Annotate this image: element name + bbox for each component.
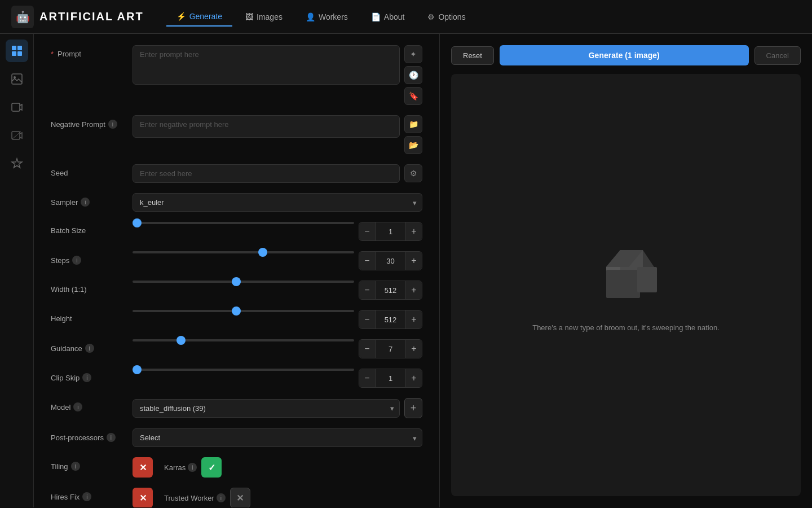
svg-rect-17 [637, 267, 657, 292]
post-processors-row: Post-processors i Select [51, 428, 422, 447]
clip-skip-value[interactable] [375, 369, 406, 387]
batch-size-decrement[interactable]: − [359, 222, 375, 240]
prompt-magic-button[interactable]: ✦ [404, 45, 422, 63]
batch-size-increment[interactable]: + [406, 222, 422, 240]
sampler-row: Sampler i k_eulerk_euler_ak_heunk_dpm_2k… [51, 193, 422, 212]
negative-prompt-row: Negative Prompt i 📁 📂 [51, 115, 422, 154]
nav-about[interactable]: 📄 About [361, 7, 415, 27]
options-nav-icon: ⚙ [427, 12, 435, 21]
sampler-label: Sampler i [51, 193, 124, 207]
width-increment[interactable]: + [406, 281, 422, 299]
clip-skip-row: Clip Skip i − + [51, 369, 422, 388]
hires-fix-info-icon[interactable]: i [82, 492, 91, 501]
steps-slider[interactable] [133, 251, 354, 253]
batch-size-stepper: − + [359, 222, 422, 241]
prompt-icon-buttons: ✦ 🕐 🔖 [404, 45, 422, 105]
seed-label: Seed [51, 164, 124, 177]
required-indicator: * [51, 50, 54, 58]
batch-size-slider[interactable] [133, 222, 354, 224]
guidance-slider-row [133, 339, 354, 341]
svg-rect-5 [17, 51, 22, 56]
prompt-history-button[interactable]: 🕐 [404, 66, 422, 84]
trusted-worker-label: Trusted Worker i [164, 493, 226, 502]
sampler-info-icon[interactable]: i [81, 198, 90, 207]
post-processors-select[interactable]: Select [133, 428, 422, 447]
negative-prompt-folder-button[interactable]: 📁 [404, 115, 422, 133]
svg-rect-8 [12, 103, 20, 111]
clip-skip-info-icon[interactable]: i [82, 373, 91, 382]
nav-bar: ⚡ Generate 🖼 Images 👤 Workers 📄 About ⚙ … [166, 7, 801, 27]
negative-prompt-controls: 📁 📂 [133, 115, 422, 154]
guidance-stepper: − + [359, 339, 422, 358]
negative-prompt-folder2-button[interactable]: 📂 [404, 136, 422, 154]
tiling-info-icon[interactable]: i [71, 462, 80, 471]
seed-random-button[interactable]: ⚙ [404, 164, 422, 182]
workers-nav-icon: 👤 [306, 12, 315, 21]
steps-value[interactable] [375, 252, 406, 270]
negative-prompt-input[interactable] [133, 115, 400, 138]
prompt-bookmark-button[interactable]: 🔖 [404, 87, 422, 105]
form-panel: * Prompt ✦ 🕐 🔖 Negative Prompt i [34, 34, 440, 507]
width-slider[interactable] [133, 281, 354, 283]
svg-rect-16 [606, 270, 640, 298]
model-info-icon[interactable]: i [73, 402, 82, 411]
guidance-slider[interactable] [133, 339, 354, 341]
nav-images[interactable]: 🖼 Images [235, 7, 293, 27]
add-model-button[interactable]: + [404, 398, 422, 418]
nav-workers[interactable]: 👤 Workers [295, 7, 358, 27]
steps-info-icon[interactable]: i [72, 256, 81, 265]
clip-skip-decrement[interactable]: − [359, 369, 375, 387]
seed-input[interactable] [133, 164, 400, 183]
svg-rect-6 [12, 74, 22, 84]
hires-controls: ✕ Trusted Worker i ✕ [133, 488, 422, 507]
hires-fix-toggle[interactable]: ✕ [133, 488, 153, 507]
negative-prompt-info-icon[interactable]: i [108, 120, 117, 129]
tiling-pairs: ✕ Karras i ✓ [133, 457, 422, 478]
trusted-worker-toggle[interactable]: ✕ [230, 488, 250, 507]
nav-workers-label: Workers [319, 12, 348, 21]
reset-button[interactable]: Reset [451, 46, 494, 65]
model-select[interactable]: stable_diffusion (39) [133, 399, 400, 418]
nav-images-label: Images [257, 12, 283, 21]
nav-generate[interactable]: ⚡ Generate [166, 7, 232, 27]
cancel-button[interactable]: Cancel [754, 46, 801, 65]
sidebar-item-video2[interactable] [6, 124, 28, 147]
prompt-input[interactable] [133, 45, 400, 85]
tiling-toggle[interactable]: ✕ [133, 457, 153, 478]
height-value[interactable] [375, 310, 406, 329]
guidance-increment[interactable]: + [406, 340, 422, 358]
preview-placeholder-text: There's a new type of broom out, it's sw… [521, 323, 731, 332]
sidebar-item-video[interactable] [6, 96, 28, 119]
clip-skip-slider[interactable] [133, 369, 354, 371]
sampler-select[interactable]: k_eulerk_euler_ak_heunk_dpm_2k_dpm_2_ak_… [133, 193, 422, 212]
height-slider[interactable] [133, 310, 354, 312]
guidance-row: Guidance i − + [51, 339, 422, 358]
nav-options[interactable]: ⚙ Options [417, 7, 475, 27]
karras-info-icon[interactable]: i [188, 463, 197, 472]
karras-toggle[interactable]: ✓ [201, 457, 222, 478]
preview-placeholder-icon [589, 239, 663, 312]
preview-panel: Reset Generate (1 image) Cancel [440, 34, 812, 507]
generate-button[interactable]: Generate (1 image) [500, 45, 749, 65]
clip-skip-increment[interactable]: + [406, 369, 422, 387]
batch-size-value[interactable] [375, 222, 406, 240]
steps-increment[interactable]: + [406, 252, 422, 270]
karras-label: Karras i [164, 463, 197, 472]
tiling-label: Tiling i [51, 457, 124, 471]
height-decrement[interactable]: − [359, 310, 375, 329]
guidance-decrement[interactable]: − [359, 340, 375, 358]
sidebar-item-star[interactable] [6, 152, 28, 175]
sidebar-item-generate[interactable] [6, 40, 28, 62]
guidance-value[interactable] [375, 340, 406, 358]
nav-options-label: Options [438, 12, 465, 21]
width-value[interactable] [375, 281, 406, 299]
batch-size-controls: − + [133, 222, 422, 241]
steps-decrement[interactable]: − [359, 252, 375, 270]
guidance-info-icon[interactable]: i [85, 344, 94, 353]
trusted-worker-info-icon[interactable]: i [217, 493, 226, 502]
post-processors-info-icon[interactable]: i [107, 433, 116, 442]
steps-controls: − + [133, 251, 422, 270]
sidebar-item-images[interactable] [6, 68, 28, 90]
height-increment[interactable]: + [406, 310, 422, 329]
width-decrement[interactable]: − [359, 281, 375, 299]
